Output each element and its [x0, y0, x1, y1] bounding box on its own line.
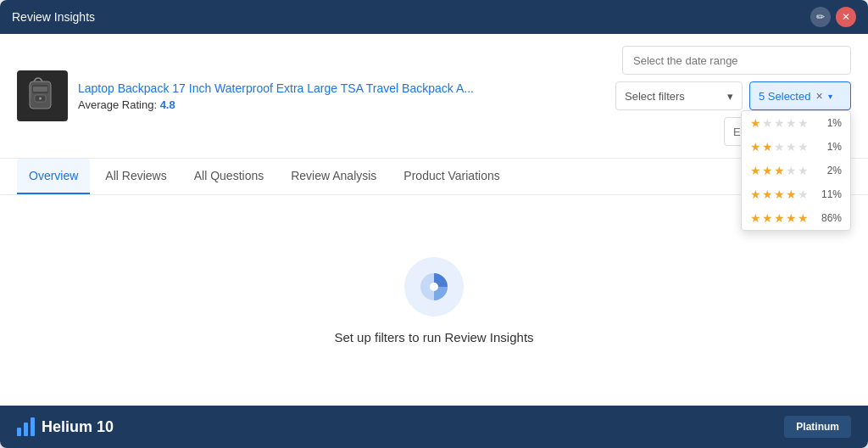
selected-count: 5 Selected [759, 90, 810, 103]
title-bar: Review Insights ✏ ✕ [0, 0, 868, 34]
tab-all-reviews[interactable]: All Reviews [93, 159, 178, 194]
product-image [17, 70, 68, 121]
helium-logo: Helium 10 [17, 417, 114, 436]
logo-bar-1 [17, 428, 21, 436]
product-title[interactable]: Laptop Backpack 17 Inch Waterproof Extra… [78, 81, 474, 95]
rating-row-5[interactable]: ★ ★ ★ ★ ★ 86% [742, 206, 850, 230]
pct-2: 1% [827, 141, 842, 153]
rating-dropdown: ★ ★ ★ ★ ★ 1% ★ ★ ★ ★ ★ [741, 110, 851, 231]
title-bar-actions: ✏ ✕ [810, 7, 856, 27]
star-filled: ★ [750, 116, 761, 130]
logo-bar-2 [24, 423, 28, 436]
filter-row: Select filters ▾ 5 Selected × ▾ [615, 81, 851, 110]
platinum-badge: Platinum [784, 416, 851, 438]
pct-1: 1% [827, 117, 842, 129]
stars-4: ★ ★ ★ ★ ★ [750, 188, 809, 201]
product-info: Laptop Backpack 17 Inch Waterproof Extra… [78, 81, 474, 111]
stars-2: ★ ★ ★ ★ ★ [750, 140, 809, 154]
edit-icon: ✏ [816, 11, 825, 23]
stars-1: ★ ★ ★ ★ ★ [750, 116, 809, 130]
select-filters-dropdown[interactable]: Select filters ▾ [615, 81, 743, 110]
pct-4: 11% [821, 188, 842, 200]
close-icon: ✕ [842, 11, 850, 23]
product-rating: Average Rating: 4.8 [78, 98, 474, 111]
close-button[interactable]: ✕ [836, 7, 856, 27]
selected-chevron-icon: ▾ [828, 92, 832, 101]
tabs: Overview All Reviews All Questions Revie… [0, 159, 868, 195]
tab-product-variations[interactable]: Product Variations [392, 159, 511, 194]
svg-point-4 [39, 98, 42, 100]
filter-controls: Select filters ▾ 5 Selected × ▾ ★ ★ ★ ★ [615, 46, 851, 146]
empty-state-text: Set up filters to run Review Insights [334, 330, 533, 344]
logo-bar-3 [31, 417, 35, 436]
svg-rect-2 [33, 87, 47, 92]
window-title: Review Insights [12, 10, 95, 24]
stars-3: ★ ★ ★ ★ ★ [750, 164, 809, 177]
svg-point-7 [430, 283, 438, 291]
svg-rect-5 [29, 85, 31, 98]
date-range-input[interactable] [622, 46, 851, 75]
tab-review-analysis[interactable]: Review Analysis [279, 159, 388, 194]
rating-row-3[interactable]: ★ ★ ★ ★ ★ 2% [742, 159, 850, 182]
logo-icon [17, 417, 35, 436]
rating-value: 4.8 [160, 98, 175, 111]
pct-5: 86% [821, 212, 842, 224]
star-empty: ★ [762, 116, 773, 130]
edit-button[interactable]: ✏ [810, 7, 831, 27]
select-filters-label: Select filters [625, 90, 685, 103]
rating-row-1[interactable]: ★ ★ ★ ★ ★ 1% [742, 111, 850, 135]
select-filters-chevron: ▾ [727, 90, 733, 103]
product-header: Laptop Backpack 17 Inch Waterproof Extra… [0, 34, 868, 159]
stars-5: ★ ★ ★ ★ ★ [750, 211, 809, 225]
star-empty: ★ [798, 116, 809, 130]
pie-chart-svg [418, 271, 450, 303]
main-content: Set up filters to run Review Insights [0, 195, 868, 406]
app-window: Review Insights ✏ ✕ [0, 0, 868, 448]
pct-3: 2% [827, 165, 842, 176]
title-bar-left: Review Insights [12, 10, 95, 24]
star-empty: ★ [786, 116, 797, 130]
logo-text: Helium 10 [42, 418, 114, 436]
selected-badge[interactable]: 5 Selected × ▾ [749, 81, 851, 110]
tab-overview[interactable]: Overview [17, 159, 90, 194]
product-left: Laptop Backpack 17 Inch Waterproof Extra… [17, 70, 474, 121]
rating-row-4[interactable]: ★ ★ ★ ★ ★ 11% [742, 182, 850, 206]
clear-selected-icon[interactable]: × [815, 89, 822, 103]
rating-row-2[interactable]: ★ ★ ★ ★ ★ 1% [742, 135, 850, 159]
footer: Helium 10 Platinum [0, 406, 868, 448]
tab-all-questions[interactable]: All Questions [182, 159, 275, 194]
chart-icon [404, 257, 464, 316]
star-empty: ★ [774, 116, 785, 130]
